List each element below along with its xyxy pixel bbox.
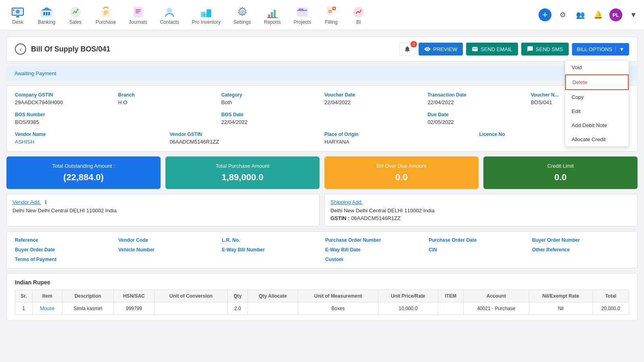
bill-options-label: BILL OPTIONS <box>577 46 615 52</box>
svg-point-20 <box>167 8 172 13</box>
settings-label: Settings <box>233 19 251 25</box>
nav-item-bi[interactable]: BI <box>345 2 372 28</box>
info-section: Company GSTIN 29AADCK7940H000 Branch H.O… <box>6 85 638 152</box>
cell-qty-allocate <box>248 302 298 315</box>
cell-account: 40021 - Purchase <box>463 302 529 315</box>
svg-point-33 <box>302 9 303 10</box>
eway-bill-number-label: E-Way Bill Number <box>222 247 319 253</box>
svg-rect-27 <box>274 10 276 18</box>
shipping-add-text: Delhi New Delhi Central DELHI 110002 Ind… <box>330 208 632 214</box>
sms-icon <box>527 46 533 52</box>
page-title: Bill Of Supply BOS/041 <box>31 45 394 53</box>
nav-item-purchase[interactable]: Purchase <box>89 2 122 28</box>
dropdown-item-delete[interactable]: Delete <box>565 74 629 90</box>
header-actions: 0 PREVIEW SEND EMAIL SEND SMS BILL OPTIO… <box>399 43 629 56</box>
dropdown-item-allocate-credit[interactable]: Allocate Credit <box>565 132 629 146</box>
svg-marker-6 <box>41 7 52 10</box>
table-header-row: Sr. Item Description HSN/SAC Unit of Con… <box>15 290 629 302</box>
notification-button[interactable]: 0 <box>399 43 415 56</box>
desk-icon <box>10 5 25 19</box>
preview-label: PREVIEW <box>433 46 457 52</box>
transaction-date-value: 22/04/2022 <box>427 99 526 105</box>
bos-number-field: BOS Number BOS/9385 <box>15 112 217 125</box>
total-outstanding-card: Total Outstanding Amount : (22,884.0) <box>6 156 161 189</box>
nav-item-projects[interactable]: Projects <box>287 2 318 28</box>
send-email-button[interactable]: SEND EMAIL <box>466 43 518 56</box>
eway-bill-date-label: E-Way Bill Date <box>325 247 422 253</box>
bill-options-chevron: ▼ <box>615 46 624 52</box>
items-table: Sr. Item Description HSN/SAC Unit of Con… <box>15 290 629 315</box>
bill-options-button[interactable]: BILL OPTIONS ▼ <box>572 43 629 56</box>
dropdown-item-edit[interactable]: Edit <box>565 104 629 118</box>
status-bar: Awaiting Payment <box>6 66 638 80</box>
addresses-section: Vendor Add. ℹ Delhi New Delhi Central DE… <box>6 194 638 226</box>
vendor-info-icon: ℹ <box>45 199 47 205</box>
transaction-date-field: Transaction Date 22/04/2022 <box>427 92 526 105</box>
bell-badge-wrapper: 0 <box>399 43 415 56</box>
nav-item-filling[interactable]: Filling <box>318 2 345 28</box>
nav-item-settings[interactable]: Settings <box>227 2 257 28</box>
place-of-origin-field: Place of Origin HARYANA <box>324 132 475 145</box>
top-navigation: Desk Banking Sales Purchase <box>0 0 644 30</box>
nav-right-actions: + ⚙ 👥 🔔 PL ▼ <box>539 8 640 21</box>
nav-item-journals[interactable]: Journals <box>122 2 153 28</box>
send-sms-button[interactable]: SEND SMS <box>521 43 569 56</box>
expand-icon[interactable]: ▼ <box>627 8 640 21</box>
voucher-date-value: 22/04/2022 <box>324 99 423 105</box>
journals-label: Journals <box>129 19 147 25</box>
notifications-icon[interactable]: 🔔 <box>592 8 605 21</box>
terms-of-payment-label: Terms of Payment <box>15 257 319 262</box>
shipping-add-link[interactable]: Shipping Add. <box>330 199 363 205</box>
shipping-gstin-label: GSTIN : <box>330 215 350 221</box>
svg-point-32 <box>301 9 302 10</box>
nav-item-sales[interactable]: Sales <box>62 2 89 28</box>
back-button[interactable]: ‹ <box>15 43 26 55</box>
buyer-order-number-field: Buyer Order Number <box>532 237 629 243</box>
col-hsn-sac: HSN/SAC <box>114 290 154 302</box>
svg-point-2 <box>16 10 20 14</box>
company-gstin-field: Company GSTIN 29AADCK7940H000 <box>15 92 113 105</box>
svg-rect-34 <box>327 7 333 14</box>
add-button[interactable]: + <box>539 8 551 21</box>
settings-nav-icon[interactable]: ⚙ <box>556 8 569 21</box>
cin-label: CIN <box>429 247 526 253</box>
nav-item-desk[interactable]: Desk <box>4 2 31 28</box>
sales-label: Sales <box>69 19 81 25</box>
vendor-gstin-label: Vendor GSTIN <box>170 132 320 137</box>
user-avatar[interactable]: PL <box>609 8 622 21</box>
col-unit-price: Unit Price/Rate <box>378 290 438 302</box>
desk-label: Desk <box>12 19 23 25</box>
nav-item-pro-inventory[interactable]: Pro Inventory <box>186 2 227 28</box>
nav-item-banking[interactable]: Banking <box>31 2 62 28</box>
dropdown-item-copy[interactable]: Copy <box>565 90 629 104</box>
total-purchase-value: 1,89,000.0 <box>172 172 313 183</box>
nav-item-contacts[interactable]: Contacts <box>153 2 185 28</box>
svg-point-11 <box>77 9 78 10</box>
notification-badge: 0 <box>411 41 417 47</box>
buyer-order-number-label: Buyer Order Number <box>532 237 629 243</box>
reference-section: Reference Vendor Code L.R. No. Purchase … <box>6 231 638 268</box>
po-date-label: Purchase Order Date <box>429 237 526 243</box>
nav-item-reports[interactable]: Reports <box>258 2 287 28</box>
voucher-date-label: Voucher Date <box>324 92 423 98</box>
cell-item[interactable]: Mouse <box>32 302 62 315</box>
vehicle-number-field: Vehicle Number <box>118 247 215 253</box>
svg-rect-7 <box>43 12 45 15</box>
email-icon <box>472 46 478 52</box>
total-purchase-title: Total Purchase Amount <box>172 163 313 169</box>
journals-icon <box>131 5 145 19</box>
vendor-gstin-value: 06AADCM5146R1ZZ <box>170 139 320 145</box>
preview-button[interactable]: PREVIEW <box>419 43 463 56</box>
dropdown-item-add-debit-note[interactable]: Add Debit Note <box>565 118 629 132</box>
dropdown-item-void[interactable]: Void <box>565 60 629 74</box>
main-content: ‹ Bill Of Supply BOS/041 0 PREVIEW SEND … <box>0 30 644 327</box>
table-section: Indian Rupee Sr. Item Description HSN/SA… <box>6 273 638 321</box>
vendor-add-link[interactable]: Vendor Add. <box>12 199 41 205</box>
credit-limit-title: Credit Limit <box>490 163 631 169</box>
cell-nil-exempt: Nil <box>529 302 592 315</box>
cell-hsn-sac: 999799 <box>114 302 154 315</box>
col-account: Account <box>463 290 529 302</box>
reference-label: Reference <box>15 237 112 243</box>
contacts-nav-icon[interactable]: 👥 <box>574 8 587 21</box>
other-reference-field: Other Reference <box>532 247 629 253</box>
